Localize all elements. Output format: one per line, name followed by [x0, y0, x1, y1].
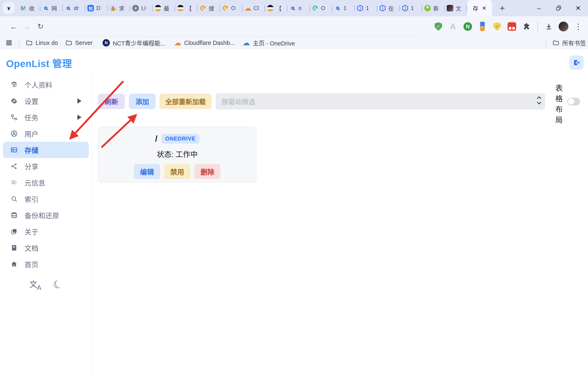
table-layout-toggle[interactable]	[567, 98, 580, 105]
window-controls: – ✕	[529, 0, 588, 16]
close-tab-icon[interactable]: ✕	[482, 5, 486, 11]
browser-menu-button[interactable]: ⋮	[572, 20, 584, 32]
grid-icon	[6, 40, 12, 46]
restore-icon	[556, 5, 562, 11]
apps-grid-button[interactable]	[6, 37, 12, 49]
profile-avatar[interactable]	[557, 20, 569, 32]
browser-tab[interactable]: *新	[422, 0, 445, 16]
sidebar-item-backup[interactable]: 备份和还原	[3, 207, 89, 223]
share-icon	[10, 162, 18, 170]
gear-icon	[10, 97, 18, 105]
browser-tab[interactable]: O	[220, 0, 242, 16]
sidebar-item-docs[interactable]: 文档	[3, 240, 89, 256]
logout-icon	[572, 59, 580, 67]
browser-tab[interactable]: 【	[175, 0, 198, 16]
lime-wheel-favicon: *	[424, 5, 431, 11]
dark-mode-moon-icon[interactable]: ☾	[51, 277, 64, 292]
browser-tab[interactable]: ☁Cl	[242, 0, 265, 16]
folder-icon	[26, 39, 33, 46]
all-bookmarks-button[interactable]: 所有书签	[553, 37, 586, 49]
storage-card-header: / ONEDRIVE	[155, 134, 199, 144]
browser-tab[interactable]: 11	[355, 0, 377, 16]
active-browser-tab[interactable]: 存✕	[467, 0, 492, 16]
translate-button[interactable]: 文A	[29, 278, 41, 291]
extension-green-shield-icon[interactable]: ✓	[432, 20, 444, 32]
select-chevrons-icon	[537, 97, 541, 104]
browser-tab[interactable]: 1求	[108, 0, 130, 16]
sidebar-item-home[interactable]: 首页	[3, 256, 89, 272]
browser-tab[interactable]: 11	[400, 0, 422, 16]
add-button[interactable]: 添加	[129, 94, 156, 109]
orange-swirl-favicon	[200, 5, 206, 11]
bookmark-linux-do[interactable]: Linux do	[26, 37, 58, 49]
expand-arrow-icon[interactable]	[77, 115, 82, 120]
browser-tab[interactable]: 网	[41, 0, 63, 16]
sidebar-item-tasks[interactable]: 任务	[3, 109, 89, 125]
sidebar-item-settings[interactable]: 设置	[3, 93, 89, 109]
browser-tab[interactable]: 【	[265, 0, 287, 16]
tab-search-button[interactable]: ∨	[3, 2, 15, 14]
reload-button[interactable]: ↻	[35, 16, 46, 37]
extension-green-n-icon[interactable]: N	[462, 20, 474, 32]
refresh-button[interactable]: 刷新	[98, 94, 125, 109]
bookmark-cloudflare[interactable]: ☁ Cloudflare Dashb...	[174, 37, 235, 49]
new-tab-button[interactable]: +	[496, 2, 508, 14]
sidebar-item-index[interactable]: 索引	[3, 191, 89, 207]
browser-tab[interactable]: 文	[445, 0, 467, 16]
back-button[interactable]: ←	[8, 16, 20, 37]
browser-tab[interactable]: 最	[153, 0, 175, 16]
extensions-puzzle-icon[interactable]	[521, 20, 533, 32]
sidebar-item-storage[interactable]: 存储	[3, 142, 89, 158]
driver-filter-placeholder: 按驱动筛选	[221, 96, 255, 106]
bookmark-nct[interactable]: N NCT青少年编程能...	[103, 37, 165, 49]
onedrive-icon: ☁	[242, 39, 250, 47]
browser-tab[interactable]: 1在	[377, 0, 400, 16]
driver-badge: ONEDRIVE	[161, 134, 199, 144]
browser-tab[interactable]: O	[310, 0, 332, 16]
browser-tab[interactable]: ⊕LI	[130, 0, 153, 16]
bookmark-onedrive[interactable]: ☁ 主页 - OneDrive	[242, 37, 295, 49]
sidebar-item-about[interactable]: 关于	[3, 223, 89, 240]
egg-favicon	[155, 5, 161, 11]
extension-red-icon[interactable]	[506, 20, 518, 32]
disable-button[interactable]: 禁用	[164, 164, 190, 179]
app-header: OpenList 管理	[0, 49, 588, 77]
sidebar-item-share[interactable]: 分享	[3, 158, 89, 174]
sidebar-item-users[interactable]: 用户	[3, 125, 89, 142]
browser-tab[interactable]: 1	[332, 0, 355, 16]
edit-button[interactable]: 编辑	[134, 164, 160, 179]
extension-yellow-shield-icon[interactable]: ✓	[491, 20, 503, 32]
browser-tab[interactable]: M收	[18, 0, 41, 16]
folder-icon	[65, 39, 72, 46]
extension-gray-a-icon[interactable]: A	[447, 20, 459, 32]
reload-all-button[interactable]: 全部重新加载	[159, 94, 211, 109]
restore-button[interactable]	[549, 0, 568, 16]
search-favicon	[290, 5, 296, 11]
search-icon	[10, 195, 18, 202]
home-icon	[10, 261, 18, 268]
browser-tab[interactable]: dr	[63, 0, 85, 16]
driver-filter-select[interactable]: 按驱动筛选	[216, 93, 545, 110]
downloads-button[interactable]	[543, 20, 555, 32]
sidebar-item-profile[interactable]: 个人资料	[3, 77, 89, 93]
delete-button[interactable]: 删除	[194, 164, 220, 179]
bookmark-server[interactable]: Server	[65, 37, 93, 49]
hexagon-1-favicon: 1	[402, 5, 408, 11]
storage-card-actions: 编辑 禁用 删除	[134, 164, 220, 179]
storage-icon	[10, 146, 18, 154]
browser-tab[interactable]: o	[287, 0, 310, 16]
logout-button[interactable]	[569, 55, 584, 70]
tasks-icon	[10, 113, 18, 121]
sidebar-item-metadata[interactable]: 元信息	[3, 174, 89, 191]
hexagon-1-favicon: 1	[357, 5, 363, 11]
browser-tab[interactable]: 搜	[198, 0, 220, 16]
extension-medal-icon[interactable]	[476, 20, 488, 32]
browser-tab[interactable]: 知D	[85, 0, 108, 16]
forward-button[interactable]: →	[21, 16, 33, 37]
bookmarks-divider	[19, 39, 19, 47]
teal-swirl-favicon	[312, 5, 318, 11]
close-window-button[interactable]: ✕	[568, 0, 588, 16]
fingerprint-icon	[10, 81, 18, 89]
expand-arrow-icon[interactable]	[77, 98, 82, 104]
minimize-button[interactable]: –	[529, 0, 549, 16]
